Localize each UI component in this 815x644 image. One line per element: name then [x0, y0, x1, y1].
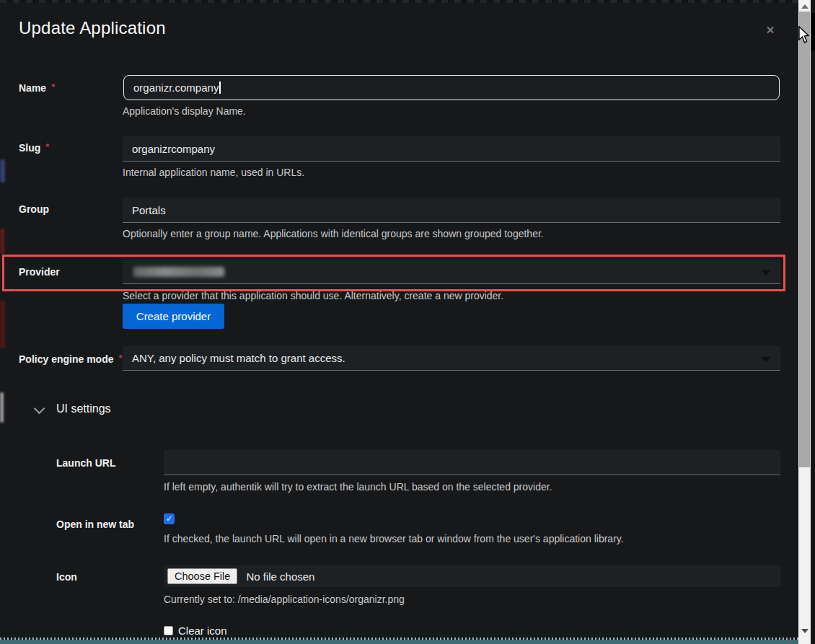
slug-field-label: Slug* — [19, 141, 49, 154]
launch-url-input[interactable] — [164, 450, 780, 475]
chevron-down-icon — [33, 402, 45, 414]
scrollbar-thumb[interactable] — [799, 12, 810, 467]
background-page-fragment — [0, 392, 4, 423]
ui-settings-section-header[interactable]: UI settings — [56, 402, 111, 415]
policy-engine-mode-label: Policy engine mode* — [19, 353, 123, 366]
open-in-new-tab-helper: If checked, the launch URL will open in … — [164, 533, 624, 544]
close-icon[interactable]: ✕ — [762, 22, 779, 39]
background-page-fragment — [0, 229, 4, 255]
bottom-strip — [0, 640, 815, 644]
ui-settings-toggle[interactable] — [32, 403, 46, 416]
open-in-new-tab-checkbox[interactable]: ✓ — [164, 513, 175, 524]
provider-field-label: Provider — [19, 266, 60, 278]
choose-file-button[interactable]: Choose File — [167, 568, 237, 584]
background-page-fragment — [0, 301, 5, 348]
chevron-down-icon — [762, 357, 770, 362]
create-provider-button[interactable]: Create provider — [123, 304, 224, 329]
name-field-label: Name* — [19, 81, 55, 94]
group-input[interactable]: Portals — [123, 198, 780, 223]
check-icon: ✓ — [166, 514, 172, 524]
launch-url-label: Launch URL — [56, 457, 115, 469]
scrollbar-up-arrow[interactable] — [801, 4, 809, 9]
icon-helper: Currently set to: /media/application-ico… — [164, 594, 405, 605]
name-helper: Application's display Name. — [123, 105, 246, 117]
open-in-new-tab-label: Open in new tab — [56, 519, 134, 530]
clear-icon-checkbox[interactable] — [164, 626, 173, 635]
redacted-provider-value — [133, 267, 224, 277]
chevron-down-icon — [762, 270, 770, 275]
scrollbar-down-arrow[interactable] — [801, 629, 809, 633]
slug-input[interactable]: organizrcompany — [123, 136, 780, 162]
provider-select[interactable] — [123, 260, 780, 284]
policy-engine-mode-select[interactable]: ANY, any policy must match to grant acce… — [123, 346, 780, 371]
update-application-modal: Update Application ✕ Name* organizr.comp… — [0, 0, 815, 644]
group-helper: Optionally enter a group name. Applicati… — [123, 228, 544, 239]
icon-field-label: Icon — [56, 571, 77, 583]
required-asterisk: * — [45, 141, 49, 152]
required-asterisk: * — [51, 81, 55, 92]
provider-helper: Select a provider that this application … — [123, 290, 503, 301]
modal-top-edge — [0, 0, 798, 3]
modal-title: Update Application — [19, 18, 166, 38]
required-asterisk: * — [118, 353, 122, 363]
background-page-fragment — [0, 159, 5, 182]
group-field-label: Group — [19, 203, 49, 215]
icon-file-input[interactable]: Choose File No file chosen — [164, 565, 780, 587]
file-status-text: No file chosen — [246, 570, 314, 583]
launch-url-helper: If left empty, authentik will try to ext… — [164, 481, 552, 493]
text-cursor — [219, 81, 221, 94]
clear-icon-label: Clear icon — [178, 625, 227, 637]
mouse-cursor — [798, 26, 811, 45]
name-input[interactable]: organizr.company — [123, 75, 780, 100]
screen-right-edge — [811, 0, 815, 644]
slug-helper: Internal application name, used in URLs. — [123, 167, 304, 178]
